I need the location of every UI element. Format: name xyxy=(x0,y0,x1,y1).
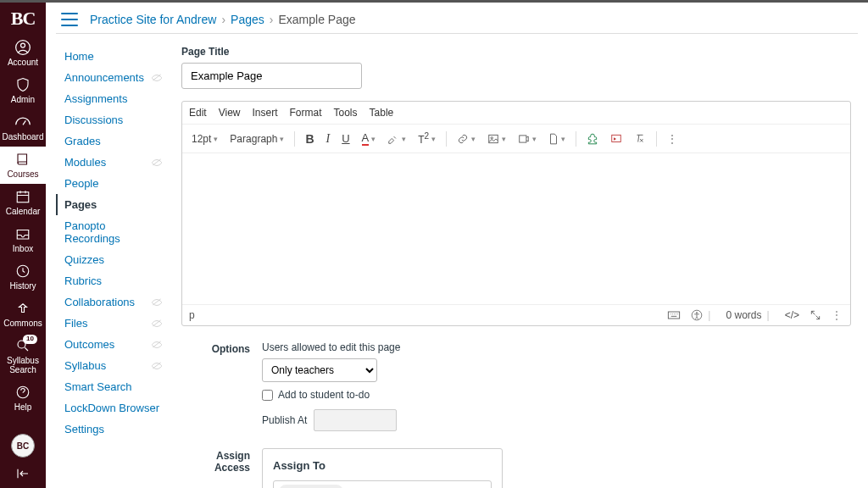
editor-menu-item[interactable]: Edit xyxy=(189,107,207,119)
course-nav-item[interactable]: Outcomes xyxy=(56,334,166,355)
nav-label: Inbox xyxy=(13,244,33,253)
image-button[interactable]: ▾ xyxy=(483,130,510,147)
course-nav-item[interactable]: LockDown Browser xyxy=(56,397,166,419)
media-button[interactable]: ▾ xyxy=(514,130,541,147)
assign-access-label: Assign Access xyxy=(181,448,262,488)
course-nav-item[interactable]: Pages xyxy=(56,194,166,215)
assign-to-input-wrap[interactable]: Everyone ✕ xyxy=(273,480,492,488)
course-nav-item[interactable]: Modules xyxy=(56,152,166,173)
text-color-button[interactable]: A▾ xyxy=(358,129,381,148)
course-nav-label: Home xyxy=(64,50,94,63)
font-size-select[interactable]: 12pt▾ xyxy=(187,130,222,147)
course-nav-label: People xyxy=(64,177,98,190)
course-nav-item[interactable]: Collaborations xyxy=(56,291,166,313)
publish-at-label: Publish At xyxy=(262,414,307,426)
nav-admin[interactable]: Admin xyxy=(0,72,46,109)
assign-access-section: Assign Access Assign To Everyone ✕ xyxy=(181,448,851,488)
options-section: Options Users allowed to edit this page … xyxy=(181,341,851,431)
course-nav-label: Quizzes xyxy=(64,253,104,266)
app-button[interactable] xyxy=(582,130,603,147)
keyboard-icon[interactable] xyxy=(667,310,681,320)
nav-history[interactable]: History xyxy=(0,258,46,296)
course-nav-item[interactable]: People xyxy=(56,173,166,194)
nav-commons[interactable]: Commons xyxy=(0,296,46,333)
nav-account[interactable]: Account xyxy=(0,35,46,72)
calendar-icon xyxy=(15,188,31,205)
course-nav-label: Announcements xyxy=(64,71,144,84)
breadcrumb-site[interactable]: Practice Site for Andrew xyxy=(90,13,216,26)
block-format-select[interactable]: Paragraph▾ xyxy=(225,130,288,147)
superscript-button[interactable]: T2▾ xyxy=(414,129,440,148)
add-todo-label: Add to student to-do xyxy=(278,389,370,401)
course-nav-item[interactable]: Quizzes xyxy=(56,249,166,270)
resize-handle-icon[interactable]: ⋮ xyxy=(832,309,843,321)
italic-button[interactable]: I xyxy=(322,130,335,148)
editor-menu-item[interactable]: Insert xyxy=(252,107,277,119)
help-icon xyxy=(15,384,31,401)
course-nav-item[interactable]: Settings xyxy=(56,419,166,440)
underline-button[interactable]: U xyxy=(337,130,353,147)
clear-format-button[interactable] xyxy=(630,130,650,147)
editor-content[interactable] xyxy=(182,153,850,304)
nav-dashboard[interactable]: Dashboard xyxy=(0,109,46,147)
user-icon xyxy=(14,39,31,56)
app2-button[interactable] xyxy=(606,130,626,147)
course-nav-item[interactable]: Files xyxy=(56,313,166,334)
course-nav-item[interactable]: Announcements xyxy=(56,67,166,88)
shield-icon xyxy=(15,76,31,93)
course-nav-item[interactable]: Smart Search xyxy=(56,376,166,397)
users-allowed-select[interactable]: Only teachers xyxy=(262,358,377,382)
course-nav-label: Panopto Recordings xyxy=(64,219,163,245)
more-tools-button[interactable]: ⋮ xyxy=(663,130,683,147)
course-nav-label: Syllabus xyxy=(64,359,106,372)
course-nav-label: Pages xyxy=(64,198,97,211)
course-nav-item[interactable]: Panopto Recordings xyxy=(56,215,166,249)
nav-help[interactable]: Help xyxy=(0,380,46,417)
nav-syllabus-search[interactable]: 10 Syllabus Search xyxy=(0,333,46,380)
fullscreen-button[interactable] xyxy=(810,309,821,321)
hamburger-icon[interactable] xyxy=(61,13,78,26)
document-button[interactable]: ▾ xyxy=(544,130,570,147)
hidden-eye-icon xyxy=(151,73,163,83)
collapse-nav-icon[interactable] xyxy=(15,468,31,480)
nav-label: Commons xyxy=(3,319,42,328)
editor-menu-item[interactable]: Tools xyxy=(334,107,358,119)
nav-label: Help xyxy=(14,402,32,412)
nav-courses[interactable]: Courses xyxy=(0,147,46,184)
nav-label: Dashboard xyxy=(3,132,44,141)
nav-inbox[interactable]: Inbox xyxy=(0,221,46,258)
course-nav-item[interactable]: Home xyxy=(56,46,166,67)
course-nav-label: Outcomes xyxy=(64,338,114,351)
page-title-input[interactable] xyxy=(181,63,362,89)
brand-logo: BC xyxy=(11,8,36,30)
nav-label: History xyxy=(9,281,36,291)
editor-statusbar: p | 0 words | </> ⋮ xyxy=(182,304,850,325)
hidden-eye-icon xyxy=(151,340,163,350)
course-nav-item[interactable]: Rubrics xyxy=(56,270,166,291)
svg-rect-9 xyxy=(612,135,621,141)
rich-text-editor: EditViewInsertFormatToolsTable 12pt▾ Par… xyxy=(181,101,851,326)
a11y-icon[interactable] xyxy=(691,309,703,321)
editor-menu-item[interactable]: Table xyxy=(370,107,394,119)
bold-button[interactable]: B xyxy=(301,130,318,148)
course-nav-item[interactable]: Discussions xyxy=(56,109,166,130)
chevron-right-icon: › xyxy=(221,13,225,26)
nav-calendar[interactable]: Calendar xyxy=(0,184,46,221)
svg-point-7 xyxy=(491,136,492,138)
course-nav-item[interactable]: Syllabus xyxy=(56,355,166,376)
course-nav-item[interactable]: Grades xyxy=(56,130,166,152)
editor-menu-item[interactable]: Format xyxy=(290,107,322,119)
publish-at-input[interactable] xyxy=(314,409,397,431)
avatar[interactable]: BC xyxy=(11,434,35,458)
html-view-button[interactable]: </> xyxy=(785,309,799,321)
breadcrumb-section[interactable]: Pages xyxy=(231,13,264,26)
course-nav-item[interactable]: Assignments xyxy=(56,88,166,109)
highlight-button[interactable]: ▾ xyxy=(383,130,410,147)
page-title-label: Page Title xyxy=(181,46,851,58)
global-nav: BC Account Admin Dashboard Courses xyxy=(0,3,46,488)
nav-label: Courses xyxy=(7,169,38,179)
hidden-eye-icon xyxy=(151,158,163,168)
editor-menu-item[interactable]: View xyxy=(219,107,241,119)
add-todo-checkbox[interactable] xyxy=(262,390,273,401)
link-button[interactable]: ▾ xyxy=(453,130,480,147)
